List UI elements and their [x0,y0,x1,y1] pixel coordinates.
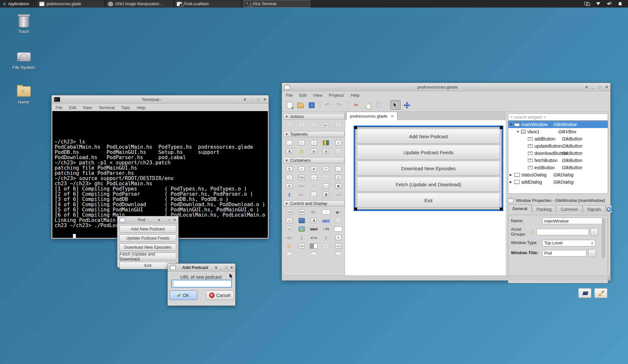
message-dialog-icon[interactable]: ▪ [308,139,320,147]
add-dialog-titlebar[interactable]: Add Podcast ∧ _ □ × [168,264,235,272]
tree-row[interactable]: downloadButton GtkButton [508,150,608,157]
tree-row[interactable]: statusDialog GtkDialog [508,171,608,178]
cancel-button[interactable]: × Cancel [206,290,234,300]
window-title-more-button[interactable]: ... [588,249,596,257]
color-selection-dialog-icon[interactable]: ▒ [320,139,332,147]
desktop-icon-home[interactable]: Home [9,84,38,105]
maximize-button[interactable]: □ [599,85,601,89]
toggle-button-icon[interactable]: ON [295,208,307,216]
design-add-button[interactable]: Add New Podcast [357,129,500,144]
fixed-icon[interactable]: + [283,173,295,182]
vpaned-icon[interactable]: ⊟ [283,182,295,190]
text-view-icon[interactable]: ≡≡ [332,242,344,250]
menu-item[interactable]: File [56,105,62,110]
tree-row[interactable]: updateButton GtkButton [508,142,608,150]
design-update-button[interactable]: Update Podcast Feeds [357,145,500,160]
spin-arrows-icon[interactable]: ▴▾ [591,241,593,245]
hbox-icon[interactable]: ||| [283,165,295,173]
url-input[interactable] [171,280,232,288]
tab-podresources[interactable]: podresources.glade ✕ [346,112,397,120]
palette-section-containers[interactable]: ▼ Containers [283,157,344,163]
tab-accessibility[interactable]: ✚ [606,205,612,213]
reset-properties-button[interactable] [594,288,607,298]
tab-general[interactable]: General [508,204,532,213]
tab-close-icon[interactable]: ✕ [391,114,394,119]
close-button[interactable]: × [230,265,233,270]
close-button[interactable]: × [173,218,176,222]
menubar-icon[interactable]: File [295,173,307,182]
aspect-frame-icon[interactable]: ↔ [308,190,320,199]
spinner-icon[interactable]: ✳ [320,242,332,250]
tree-row[interactable]: fetchButton GtkButton [508,157,608,164]
minimize-button[interactable]: _ [164,218,166,222]
menu-item[interactable]: File [286,93,293,98]
save-project-button[interactable]: ↓ [307,101,317,109]
font-button-icon[interactable]: A [308,216,320,225]
volume-button-icon[interactable]: ◀) [283,225,295,233]
resize-handle[interactable] [500,207,503,210]
shade-button[interactable]: ∧ [158,218,161,222]
taskbar-button[interactable]: 2 PodLocalMain [174,0,242,8]
about-dialog-icon[interactable]: ≡ [332,139,344,147]
menu-item[interactable]: Help [137,105,146,110]
maximize-button[interactable]: □ [257,97,259,101]
statusbar-icon[interactable]: ○○○ [295,182,307,190]
ok-button[interactable]: ✔ OK [169,290,197,300]
dialog-icon[interactable]: ▫▫ [295,139,307,147]
tab-packing[interactable]: Packing [532,205,556,213]
scale-button-icon[interactable]: ◦ [332,216,344,225]
name-input[interactable]: mainWindow [542,218,604,224]
terminal-titlebar[interactable]: > Terminal - ∧ _ □ × [52,95,269,104]
taskbar-button[interactable]: podresources.glade [37,0,104,8]
window-type-select[interactable]: Top Level ▴▾ [542,240,595,246]
menu-item[interactable]: Terminal [98,105,114,110]
expander-icon[interactable] [510,123,514,126]
handle-box-icon[interactable]: ξ [283,190,295,199]
combo-box-entry-icon[interactable]: A▾ [295,242,307,250]
vscrollbar-icon[interactable]: ▯ [320,233,332,242]
menu-item[interactable]: Tabs [121,105,130,110]
fetch-button[interactable]: Fetch (Update and Download) [119,253,176,260]
radio-action-icon[interactable]: ◉A [320,121,332,129]
resize-handle[interactable] [354,126,357,129]
shade-button[interactable]: ∧ [243,97,246,101]
recent-action-icon[interactable]: ≡ [332,121,344,129]
file-chooser-button-icon[interactable]: ▭ [283,216,295,225]
layout-icon[interactable]: ▩ [320,190,332,199]
hscrollbar-icon[interactable]: ◂▭▸ [308,233,320,242]
cut-button[interactable]: ✂ [351,101,361,109]
spin-button-icon[interactable]: ↕ [320,208,332,216]
tree-row[interactable]: addButton GtkButton [508,135,608,142]
applications-menu[interactable]: ✕ Applications [0,0,32,8]
drawing-area-icon[interactable] [308,250,320,254]
update-podcast-feeds-button[interactable]: Update Podcast Feeds [119,234,176,242]
menu-item[interactable]: View [83,105,92,110]
resize-grip[interactable] [607,277,610,280]
minimize-button[interactable]: _ [592,85,595,89]
expander-icon[interactable] [516,130,521,133]
accel-groups-input[interactable] [536,229,589,235]
menu-item[interactable]: View [313,93,322,98]
label-icon[interactable]: label [308,225,320,233]
download-new-episodes-button[interactable]: Download New Episodes [119,243,176,251]
hscale-icon[interactable]: ─▯─ [283,233,295,242]
input-dialog-icon[interactable]: ⚠ [295,147,307,156]
display-icon[interactable] [584,2,590,6]
tree-row[interactable]: vbox1 GtkVBox [508,128,608,135]
vscale-icon[interactable]: ▯ [295,233,307,242]
glade-titlebar[interactable]: podresources.glade ∧ _ □ × [282,83,610,91]
shade-button[interactable]: ∧ [215,266,218,269]
design-canvas[interactable]: Add New Podcast Update Podcast Feeds Dow… [345,120,506,276]
maximize-button[interactable]: □ [225,266,228,269]
window-icon[interactable] [283,139,295,147]
window-title-input[interactable]: Pod [542,250,586,256]
scrolled-window-icon[interactable]: ↕↔ [320,182,332,190]
image-icon[interactable]: ⌂ [295,225,307,233]
menu-item[interactable]: Edit [69,105,76,110]
assistant-icon[interactable]: ▤ [308,147,320,156]
notifications-icon[interactable] [618,2,623,6]
button-icon[interactable]: OK [283,208,295,216]
action-icon[interactable]: A [295,121,307,129]
resize-handle[interactable] [354,207,357,210]
action-group-icon[interactable]: A [283,121,295,129]
